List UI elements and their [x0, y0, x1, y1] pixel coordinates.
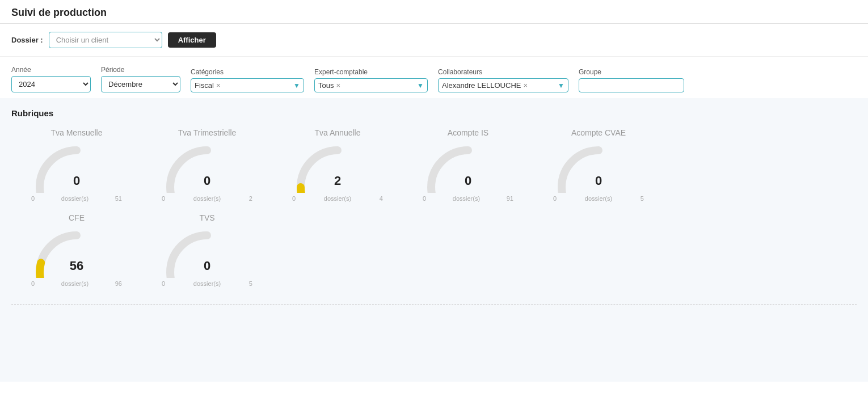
gauges-row: CFE560dossier(s)96TVS00dossier(s)5	[11, 213, 857, 293]
gauge-min: 0	[162, 195, 165, 202]
categories-clear-icon[interactable]: ×	[216, 81, 221, 90]
top-controls: Dossier : Choisir un client Afficher	[0, 24, 868, 57]
gauge-value: 0	[204, 174, 210, 188]
categories-select[interactable]: Fiscal × ▼	[191, 78, 304, 92]
gauge-label: dossier(s)	[585, 195, 612, 202]
annee-filter-group: Année 2024	[11, 66, 91, 92]
gauge-label: dossier(s)	[324, 195, 351, 202]
header-bar: Suivi de production	[0, 0, 868, 24]
gauge-title: Acompte IS	[448, 128, 488, 137]
gauge-max: 96	[115, 280, 122, 287]
gauge-footer: 0dossier(s)4	[292, 195, 383, 202]
expert-filter-group: Expert-comptable Tous × ▼	[314, 68, 428, 92]
gauge-label: dossier(s)	[453, 195, 480, 202]
annee-select[interactable]: 2024	[11, 76, 91, 92]
gauge-container: 56	[31, 227, 122, 278]
rubriques-title: Rubriques	[11, 108, 857, 118]
gauge-max: 5	[249, 280, 252, 287]
dossier-select[interactable]: Choisir un client	[49, 32, 162, 48]
periode-label: Période	[101, 66, 180, 74]
page-title: Suivi de production	[11, 7, 107, 18]
gauge-container: 0	[423, 142, 513, 193]
gauge-label: dossier(s)	[193, 195, 221, 202]
gauge-min: 0	[553, 195, 557, 202]
categories-dropdown-icon[interactable]: ▼	[293, 82, 300, 90]
gauge-footer: 0dossier(s)5	[162, 280, 252, 287]
gauge-title: TVS	[199, 213, 214, 222]
gauge-max: 51	[115, 195, 122, 202]
periode-select[interactable]: Décembre	[101, 76, 180, 92]
afficher-button[interactable]: Afficher	[168, 32, 216, 48]
gauge-label: dossier(s)	[61, 195, 89, 202]
gauge-value: 0	[465, 174, 471, 188]
gauge-value: 0	[595, 174, 602, 188]
gauge-item: Acompte CVAE00dossier(s)5	[533, 128, 664, 208]
groupe-filter-group: Groupe ...	[579, 68, 684, 92]
page-wrapper: Suivi de production Dossier : Choisir un…	[0, 0, 868, 414]
gauge-min: 0	[31, 280, 35, 287]
content-area: Rubriques Tva Mensuelle00dossier(s)51Tva…	[0, 98, 868, 382]
gauge-footer: 0dossier(s)2	[162, 195, 252, 202]
gauge-item: CFE560dossier(s)96	[11, 213, 142, 293]
collaborateurs-value: Alexandre LELLOUCHE	[442, 81, 521, 90]
gauge-value: 56	[70, 259, 83, 273]
gauge-title: CFE	[69, 213, 85, 222]
bottom-divider	[11, 304, 857, 305]
periode-filter-group: Période Décembre	[101, 66, 180, 92]
gauge-footer: 0dossier(s)51	[31, 195, 122, 202]
gauge-max: 2	[249, 195, 252, 202]
gauge-title: Tva Annuelle	[315, 128, 361, 137]
categories-label: Catégories	[191, 68, 304, 76]
expert-clear-icon[interactable]: ×	[336, 81, 340, 90]
annee-label: Année	[11, 66, 91, 74]
gauge-container: 0	[162, 142, 252, 193]
filters-row: Année 2024 Période Décembre Catégories F…	[0, 57, 868, 98]
groupe-label: Groupe	[579, 68, 684, 76]
gauge-max: 4	[380, 195, 383, 202]
expert-value: Tous	[318, 81, 334, 90]
gauge-container: 2	[292, 142, 383, 193]
expert-dropdown-icon[interactable]: ▼	[417, 82, 424, 90]
expert-select[interactable]: Tous × ▼	[314, 78, 428, 92]
gauge-title: Tva Trimestrielle	[178, 128, 237, 137]
gauge-value: 0	[73, 174, 80, 188]
gauge-title: Acompte CVAE	[571, 128, 626, 137]
gauge-container: 0	[553, 142, 644, 193]
gauge-label: dossier(s)	[61, 280, 89, 287]
gauges-container: Tva Mensuelle00dossier(s)51Tva Trimestri…	[11, 128, 857, 293]
gauge-item: Tva Annuelle20dossier(s)4	[272, 128, 403, 208]
dossier-label: Dossier :	[11, 36, 43, 44]
gauge-min: 0	[292, 195, 296, 202]
gauge-footer: 0dossier(s)96	[31, 280, 122, 287]
gauge-footer: 0dossier(s)5	[553, 195, 644, 202]
categories-filter-group: Catégories Fiscal × ▼	[191, 68, 304, 92]
gauge-item: Tva Mensuelle00dossier(s)51	[11, 128, 142, 208]
gauge-item: Acompte IS00dossier(s)91	[403, 128, 533, 208]
categories-value: Fiscal	[195, 81, 214, 90]
gauge-min: 0	[31, 195, 35, 202]
gauge-container: 0	[31, 142, 122, 193]
collaborateurs-clear-icon[interactable]: ×	[523, 81, 528, 90]
gauge-label: dossier(s)	[193, 280, 221, 287]
collaborateurs-label: Collaborateurs	[438, 68, 568, 76]
gauges-row: Tva Mensuelle00dossier(s)51Tva Trimestri…	[11, 128, 857, 208]
gauge-max: 5	[641, 195, 644, 202]
collaborateurs-filter-group: Collaborateurs Alexandre LELLOUCHE × ▼	[438, 68, 568, 92]
gauge-container: 0	[162, 227, 252, 278]
gauge-item: TVS00dossier(s)5	[142, 213, 272, 293]
gauge-footer: 0dossier(s)91	[423, 195, 513, 202]
gauge-value: 0	[204, 259, 210, 273]
gauge-item: Tva Trimestrielle00dossier(s)2	[142, 128, 272, 208]
groupe-input[interactable]: ...	[579, 78, 684, 92]
collaborateurs-dropdown-icon[interactable]: ▼	[558, 82, 564, 90]
gauge-min: 0	[162, 280, 165, 287]
gauge-title: Tva Mensuelle	[50, 128, 102, 137]
gauge-max: 91	[507, 195, 513, 202]
gauge-value: 2	[334, 174, 341, 188]
expert-label: Expert-comptable	[314, 68, 428, 76]
gauge-min: 0	[423, 195, 426, 202]
collaborateurs-select[interactable]: Alexandre LELLOUCHE × ▼	[438, 78, 568, 92]
